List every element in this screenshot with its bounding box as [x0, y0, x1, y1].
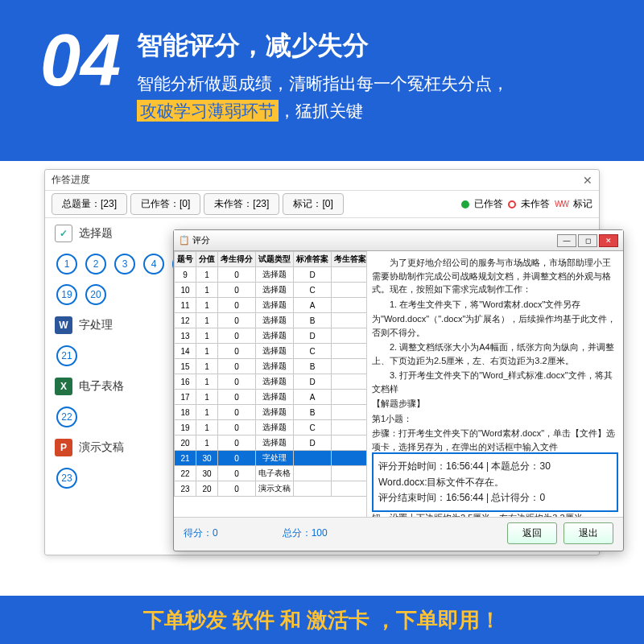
dot-undone-icon [508, 200, 516, 208]
header-text: 智能评分，减少失分 智能分析做题成绩，清晰指出每一个冤枉失分点， 攻破学习薄弱环… [137, 24, 612, 161]
score-body: 题号分值考生得分试题类型标准答案考生答案 910选择题D1010选择题C1110… [174, 251, 623, 517]
result-line: 评分结束时间：16:56:44 | 总计得分：0 [378, 490, 612, 506]
minimize-button[interactable]: — [557, 234, 576, 247]
header-title: 智能评分，减少失分 [137, 28, 612, 64]
table-row[interactable]: 2010选择题D [175, 436, 368, 451]
stat-total: 总题量：[23] [52, 193, 127, 215]
section-number: 04 [40, 24, 121, 161]
score-total: 总分：100 [283, 526, 328, 540]
legend: 已作答 未作答 WW 标记 [461, 197, 592, 211]
question-circle[interactable]: 20 [85, 284, 106, 305]
table-row[interactable]: 1510选择题B [175, 359, 368, 374]
score-table[interactable]: 题号分值考生得分试题类型标准答案考生答案 910选择题D1010选择题C1110… [174, 251, 367, 517]
question-circle[interactable]: 19 [56, 284, 77, 305]
table-row[interactable]: 1610选择题D [175, 374, 368, 390]
stat-answered: 已作答：[0] [130, 193, 200, 215]
table-row[interactable]: 1810选择题B [175, 405, 368, 420]
question-circle[interactable]: 21 [56, 345, 77, 366]
score-title: 📋 评分 [179, 234, 210, 246]
question-circle[interactable]: 3 [114, 254, 135, 275]
table-row[interactable]: 1110选择题A [175, 298, 368, 313]
stat-unanswered: 未作答：[23] [204, 193, 279, 215]
question-circle[interactable]: 2 [85, 254, 106, 275]
window-buttons: — ◻ ✕ [557, 234, 618, 247]
table-row[interactable]: 21300字处理 [175, 451, 368, 466]
table-row[interactable]: 1410选择题C [175, 344, 368, 359]
score-footer: 得分：0 总分：100 返回 退出 [174, 517, 623, 549]
stat-marked: 标记：[0] [283, 193, 343, 215]
promo-banner: 下单秒发 软件 和 激活卡 ，下单即用！ [0, 596, 644, 644]
table-row[interactable]: 1010选择题C [175, 283, 368, 298]
highlight-text: 攻破学习薄弱环节 [137, 100, 279, 122]
score-window: 📋 评分 — ◻ ✕ 题号分值考生得分试题类型标准答案考生答案 910选择题D1… [173, 229, 624, 551]
table-row[interactable]: 23200演示文稿 [175, 481, 368, 497]
legend-mark: 标记 [573, 197, 592, 211]
table-row[interactable]: 22300电子表格 [175, 466, 368, 481]
excel-icon: X [55, 378, 72, 395]
question-circle[interactable]: 23 [56, 468, 77, 489]
question-circle[interactable]: 22 [56, 407, 77, 427]
promo-header: 04 智能评分，减少失分 智能分析做题成绩，清晰指出每一个冤枉失分点， 攻破学习… [0, 0, 644, 161]
table-row[interactable]: 1210选择题B [175, 313, 368, 328]
progress-titlebar[interactable]: 作答进度 ✕ [45, 170, 599, 191]
dot-done-icon [461, 200, 469, 208]
question-circle[interactable]: 4 [143, 254, 164, 275]
maximize-button[interactable]: ◻ [578, 234, 597, 247]
table-row[interactable]: 1310选择题D [175, 328, 368, 344]
score-obtained: 得分：0 [184, 526, 218, 540]
result-line: Word.docx:目标文件不存在。 [378, 475, 612, 490]
explanation-panel[interactable]: 为了更好地介绍公司的服务与市场战略，市场部助理小王需要协助制作完成公司战略规划文… [367, 251, 623, 517]
header-subtitle: 智能分析做题成绩，清晰指出每一个冤枉失分点， 攻破学习薄弱环节，猛抓关键 [137, 70, 612, 124]
word-icon: W [55, 316, 72, 334]
progress-title: 作答进度 [52, 173, 90, 187]
result-line: 评分开始时间：16:56:44 | 本题总分：30 [378, 459, 612, 474]
stats-bar: 总题量：[23] 已作答：[0] 未作答：[23] 标记：[0] 已作答 未作答… [45, 191, 599, 218]
back-button[interactable]: 返回 [507, 522, 557, 544]
table-row[interactable]: 1710选择题A [175, 390, 368, 405]
legend-done: 已作答 [474, 197, 503, 211]
question-circle[interactable]: 1 [56, 254, 77, 275]
legend-undone: 未作答 [521, 197, 550, 211]
close-icon[interactable]: ✕ [583, 174, 592, 187]
score-titlebar[interactable]: 📋 评分 — ◻ ✕ [174, 230, 623, 251]
exit-button[interactable]: 退出 [564, 522, 613, 544]
table-row[interactable]: 910选择题D [175, 267, 368, 283]
table-row[interactable]: 1910选择题C [175, 420, 368, 436]
check-icon: ✓ [55, 225, 72, 242]
result-box: 评分开始时间：16:56:44 | 本题总分：30 Word.docx:目标文件… [372, 452, 618, 512]
mark-icon: WW [555, 200, 568, 208]
ppt-icon: P [55, 439, 72, 456]
close-button[interactable]: ✕ [599, 234, 618, 247]
